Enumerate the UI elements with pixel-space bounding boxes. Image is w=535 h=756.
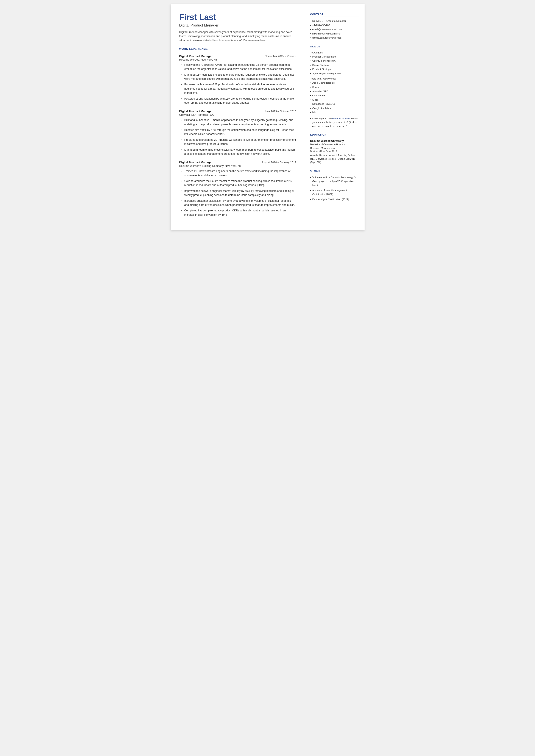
edu-awards-1: Awards: Resume Worded Teaching Fellow (o…	[310, 154, 358, 164]
skills-header: SKILLS	[310, 45, 358, 49]
education-header: EDUCATION	[310, 133, 358, 137]
other-section: OTHER Volunteered in a 3-month Technolog…	[310, 169, 358, 201]
skills-section: SKILLS Techniques: Product Management Us…	[310, 45, 358, 128]
skill-tech-4: Product Strategy	[310, 67, 358, 71]
bullet-3-2: Collaborated with the Scrum Master to re…	[182, 179, 296, 187]
skills-note-link[interactable]: Resume Worded	[332, 117, 350, 120]
edu-degree-1: Bachelor of Commerce Honours	[310, 143, 358, 146]
skill-tech-5: Agile Project Management	[310, 71, 358, 76]
bullet-2-3: Prepared and presented 20+ training work…	[182, 138, 296, 146]
right-column: CONTACT Denver, OH (Open to Remote) +1-2…	[304, 4, 365, 230]
job-title-row-2: Digital Product Manager June 2013 – Octo…	[179, 110, 296, 113]
other-list: Volunteered in a 3-month Technology for …	[310, 176, 358, 201]
bullet-1-3: Partnered with a team of 22 professional…	[182, 83, 296, 95]
job-company-2: Growthsi, San Francisco, CA	[179, 113, 296, 116]
skill-tech-3: Digital Strategy	[310, 63, 358, 68]
job-block-2: Digital Product Manager June 2013 – Octo…	[179, 110, 296, 156]
skill-tool-5: Slack	[310, 98, 358, 102]
bullet-3-1: Trained 20+ new software engineers on th…	[182, 169, 296, 178]
skills-tools-list: Agile Methodologies Scrum Atlassian JIRA…	[310, 81, 358, 114]
work-experience-header: WORK EXPERIENCE	[179, 47, 296, 51]
contact-linkedin: linkedin.com/in/username	[310, 32, 358, 36]
edu-field-1: Business Management	[310, 146, 358, 150]
skill-tool-7: Google Analytics	[310, 106, 358, 111]
contact-section: CONTACT Denver, OH (Open to Remote) +1-2…	[310, 13, 358, 40]
contact-list: Denver, OH (Open to Remote) +1-234-456-7…	[310, 19, 358, 40]
edu-school-1: Resume Worded University	[310, 139, 358, 142]
other-item-3: Data Analysis Certification (2021)	[310, 197, 358, 201]
bullet-2-2: Boosted site traffic by 57% through the …	[182, 128, 296, 136]
job-dates-2: June 2013 – October 2015	[264, 110, 296, 113]
job-bullets-3: Trained 20+ new software engineers on th…	[179, 169, 296, 217]
skills-note: Don't forget to use Resume Worded to sca…	[310, 117, 358, 128]
job-title-row-1: Digital Product Manager November 2015 – …	[179, 55, 296, 58]
contact-location: Denver, OH (Open to Remote)	[310, 19, 358, 23]
job-dates-3: August 2010 – January 2013	[262, 161, 296, 164]
job-title-row-3: Digital Product Manager August 2010 – Ja…	[179, 161, 296, 164]
bullet-2-4: Managed a team of nine cross-disciplinar…	[182, 148, 296, 156]
job-block-3: Digital Product Manager August 2010 – Ja…	[179, 161, 296, 217]
skills-tools-label: Tools and Frameworks:	[310, 77, 358, 80]
skills-techniques-list: Product Management User Experience (UX) …	[310, 55, 358, 76]
contact-phone: +1-234-456-789	[310, 23, 358, 28]
job-title-3: Digital Product Manager	[179, 161, 213, 164]
contact-github: github.com/resumeworded	[310, 36, 358, 40]
skill-tech-2: User Experience (UX)	[310, 59, 358, 63]
job-title-1: Digital Product Manager	[179, 55, 213, 58]
candidate-summary: Digital Product Manager with seven years…	[179, 30, 296, 43]
job-bullets-1: Received the "Bellwether Award" for lead…	[179, 63, 296, 105]
job-dates-1: November 2015 – Present	[265, 55, 296, 58]
bullet-3-4: Increased customer satisfaction by 35% b…	[182, 199, 296, 207]
skill-tool-2: Scrum	[310, 85, 358, 90]
edu-block-1: Resume Worded University Bachelor of Com…	[310, 139, 358, 164]
other-item-1: Volunteered in a 3-month Technology for …	[310, 176, 358, 187]
job-block-1: Digital Product Manager November 2015 – …	[179, 55, 296, 105]
bullet-1-1: Received the "Bellwether Award" for lead…	[182, 63, 296, 71]
other-item-2: Advanced Project Management Certificatio…	[310, 188, 358, 196]
left-column: First Last Digital Product Manager Digit…	[171, 4, 304, 230]
bullet-3-3: Improved the software engineer teams' ve…	[182, 189, 296, 197]
contact-header: CONTACT	[310, 13, 358, 17]
job-bullets-2: Built and launched 20+ mobile applicatio…	[179, 118, 296, 156]
job-title-2: Digital Product Manager	[179, 110, 213, 113]
other-header: OTHER	[310, 169, 358, 173]
skills-techniques-label: Techniques:	[310, 51, 358, 54]
bullet-2-1: Built and launched 20+ mobile applicatio…	[182, 118, 296, 126]
skill-tech-1: Product Management	[310, 55, 358, 59]
bullet-1-2: Managed 15+ technical projects to ensure…	[182, 73, 296, 81]
job-company-1: Resume Worded, New York, NY	[179, 58, 296, 61]
skill-tool-4: Confluence	[310, 94, 358, 98]
contact-email: email@resumeworded.com	[310, 27, 358, 32]
bullet-1-4: Fostered strong relationships with 15+ c…	[182, 97, 296, 105]
candidate-title: Digital Product Manager	[179, 23, 296, 28]
skill-tool-1: Agile Methodologies	[310, 81, 358, 85]
skill-tool-6: Databases (MySQL)	[310, 102, 358, 106]
skills-note-prefix: Don't forget to use	[312, 117, 332, 120]
edu-location-1: Boston, MA — June 2019	[310, 150, 358, 153]
job-company-3: Resume Worded's Exciting Company, New Yo…	[179, 164, 296, 167]
resume-container: First Last Digital Product Manager Digit…	[171, 4, 365, 230]
candidate-name: First Last	[179, 13, 296, 22]
skill-tool-8: Miro	[310, 110, 358, 115]
skill-tool-3: Atlassian JIRA	[310, 90, 358, 94]
bullet-3-5: Completed five complex legacy product OK…	[182, 209, 296, 217]
education-section: EDUCATION Resume Worded University Bache…	[310, 133, 358, 164]
